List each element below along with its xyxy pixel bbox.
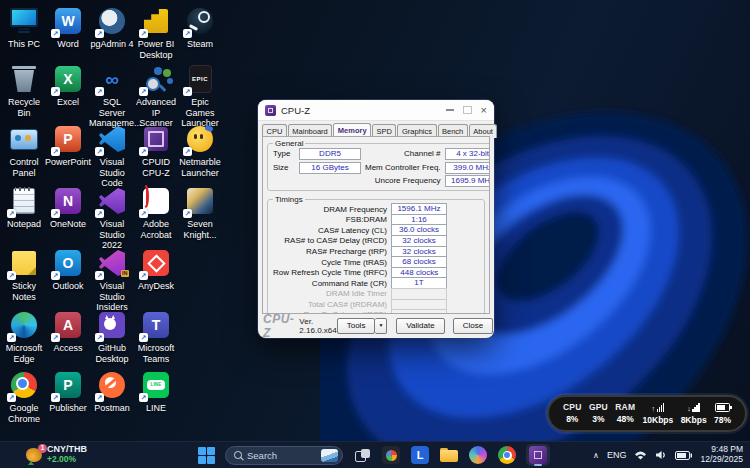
shortcut-badge-icon: ↗ — [51, 271, 60, 280]
desktop-icon-label: GitHub Desktop — [90, 343, 134, 364]
widgets-button[interactable]: 1 CNY/THB +2.00% — [26, 444, 87, 466]
cpuz-app-icon — [265, 105, 276, 116]
tools-dropdown-button[interactable]: ▼ — [375, 318, 387, 334]
folder-icon — [440, 448, 458, 462]
validate-button[interactable]: Validate — [396, 318, 444, 334]
desktop-icon-vscode[interactable]: ↗Visual Studio Code — [90, 124, 134, 189]
shortcut-badge-icon: ↗ — [95, 271, 104, 280]
shortcut-badge-icon: ↗ — [51, 333, 60, 342]
shortcut-badge-icon: ↗ — [7, 393, 16, 402]
desktop-icon-label: OneNote — [50, 219, 86, 230]
desktop-icon-line[interactable]: LINE↗LINE — [134, 370, 178, 424]
desktop-icon-label: Adobe Acrobat — [134, 219, 178, 240]
desktop-icon-label: Notepad — [7, 219, 41, 230]
desktop-icon-cpuid-cpuz[interactable]: ↗CPUID CPU-Z — [134, 124, 178, 189]
desktop-icon-notepad[interactable]: ↗Notepad — [2, 186, 46, 251]
recycle-bin-icon — [9, 64, 39, 94]
chrome-taskbar-button[interactable] — [497, 445, 517, 465]
shortcut-badge-icon: ↗ — [183, 29, 192, 38]
desktop-icon-word[interactable]: W↗Word — [46, 6, 90, 60]
desktop-row-4: ↗Notepad N↗OneNote ↗Visual Studio 2022 ↗… — [2, 186, 222, 251]
desktop-icon-onenote[interactable]: N↗OneNote — [46, 186, 90, 251]
search-box[interactable]: Search — [225, 446, 343, 465]
desktop-icon-label: Publisher — [49, 403, 87, 414]
desktop-icon-this-pc[interactable]: This PC — [2, 6, 46, 60]
currency-change: +2.00% — [47, 455, 87, 464]
desktop-icon-outlook[interactable]: O↗Outlook — [46, 248, 90, 313]
desktop-icon-label: Netmarble Launcher — [178, 157, 222, 178]
desktop-icon-access[interactable]: A↗Access — [46, 310, 90, 364]
wifi-icon[interactable] — [634, 450, 647, 460]
desktop-row-6: ↗Microsoft Edge A↗Access ↗GitHub Desktop… — [2, 310, 178, 364]
app-l-icon: L — [411, 446, 429, 464]
desktop-icon-vs2022[interactable]: ↗Visual Studio 2022 — [90, 186, 134, 251]
desktop-icon-acrobat[interactable]: ↗Adobe Acrobat — [134, 186, 178, 251]
cpuz-taskbar-button[interactable] — [526, 444, 550, 466]
memory-tab-page: General Type DDR5 Channel # 4 x 32-bit S… — [262, 136, 490, 314]
maximize-button — [463, 106, 472, 114]
desktop-icon-power-bi[interactable]: ↗Power BI Desktop — [134, 6, 178, 60]
desktop-icon-edge[interactable]: ↗Microsoft Edge — [2, 310, 46, 364]
title-bar[interactable]: CPU-Z × — [258, 100, 494, 121]
ip-scanner-icon: ↗ — [141, 64, 171, 94]
desktop-icon-netmarble[interactable]: ↗Netmarble Launcher — [178, 124, 222, 189]
shortcut-badge-icon: ↗ — [95, 209, 104, 218]
tray-battery-icon[interactable] — [675, 451, 692, 460]
desktop-icon-control-panel[interactable]: Control Panel — [2, 124, 46, 189]
app-l-button[interactable]: L — [410, 445, 430, 465]
desktop-icon-teams[interactable]: T↗Microsoft Teams — [134, 310, 178, 364]
desktop-icon-postman[interactable]: ↗Postman — [90, 370, 134, 424]
timings-groupbox: Timings DRAM Frequency1596.1 MHz FSB:DRA… — [267, 195, 485, 314]
vs-insiders-icon: IN↗ — [97, 248, 127, 278]
timing-row: DRAM Frequency1596.1 MHz — [273, 204, 479, 215]
uncore-value: 1695.9 MHz — [445, 175, 490, 187]
desktop-icon-publisher[interactable]: P↗Publisher — [46, 370, 90, 424]
task-view-button[interactable] — [352, 445, 372, 465]
desktop-icon-vs-insiders[interactable]: IN↗Visual Studio Insiders — [90, 248, 134, 313]
shortcut-badge-icon: ↗ — [7, 271, 16, 280]
shortcut-badge-icon: ↗ — [95, 87, 104, 96]
desktop-icon-anydesk[interactable]: ↗AnyDesk — [134, 248, 178, 313]
upload-icon: ↑ — [652, 403, 665, 412]
desktop-icon-ssms[interactable]: ∞↗SQL Server Manageme... — [90, 64, 134, 129]
desktop-icon-excel[interactable]: X↗Excel — [46, 64, 90, 129]
tools-button[interactable]: Tools — [337, 318, 376, 334]
desktop-icon-powerpoint[interactable]: P↗PowerPoint — [46, 124, 90, 189]
taskbar-center: Search L — [196, 442, 550, 468]
desktop-icon-epic-games[interactable]: EPIC↗Epic Games Launcher — [178, 64, 222, 129]
type-value: DDR5 — [299, 148, 361, 160]
volume-icon[interactable] — [655, 450, 667, 460]
desktop-row-7: ↗Google Chrome P↗Publisher ↗Postman LINE… — [2, 370, 178, 424]
upload-stat: ↑ 10Kbps — [643, 403, 674, 424]
desktop-icon-recycle-bin[interactable]: Recycle Bin — [2, 64, 46, 129]
close-button[interactable]: Close — [453, 318, 493, 334]
photos-app-button[interactable] — [381, 445, 401, 465]
clock[interactable]: 9:48 PM 12/29/2025 — [700, 445, 743, 465]
chrome-icon — [498, 446, 516, 464]
tray-chevron-icon[interactable]: ∧ — [593, 451, 599, 460]
desktop-icon-pgadmin[interactable]: ↗pgAdmin 4 — [90, 6, 134, 60]
desktop-icon-steam[interactable]: ↗Steam — [178, 6, 222, 60]
file-explorer-button[interactable] — [439, 445, 459, 465]
general-groupbox: General Type DDR5 Channel # 4 x 32-bit S… — [267, 139, 490, 191]
windows-logo-icon — [198, 447, 215, 464]
language-indicator[interactable]: ENG — [607, 450, 627, 460]
cpuz-icon — [529, 446, 547, 464]
copilot-button[interactable] — [468, 445, 488, 465]
hardware-monitor-widget[interactable]: CPU8% GPU3% RAM48% ↑ 10Kbps ↓ 8Kbps 78% — [547, 395, 747, 432]
close-window-button[interactable]: × — [481, 105, 487, 116]
desktop-icon-ip-scanner[interactable]: ↗Advanced IP Scanner — [134, 64, 178, 129]
desktop-icon-seven-knights[interactable]: ↗Seven Knight... — [178, 186, 222, 251]
vscode-icon: ↗ — [97, 124, 127, 154]
desktop-icon-chrome[interactable]: ↗Google Chrome — [2, 370, 46, 424]
start-button[interactable] — [196, 445, 216, 465]
desktop-icon-label: Postman — [94, 403, 130, 414]
desktop-icon-github-desktop[interactable]: ↗GitHub Desktop — [90, 310, 134, 364]
desktop-icon-label: This PC — [8, 39, 40, 50]
desktop-icon-label: Access — [53, 343, 82, 354]
desktop-icon-sticky-notes[interactable]: ↗Sticky Notes — [2, 248, 46, 313]
battery-stat: 78% — [714, 403, 731, 424]
minimize-button[interactable] — [446, 109, 454, 111]
shortcut-badge-icon: ↗ — [183, 87, 192, 96]
shortcut-badge-icon: ↗ — [139, 271, 148, 280]
